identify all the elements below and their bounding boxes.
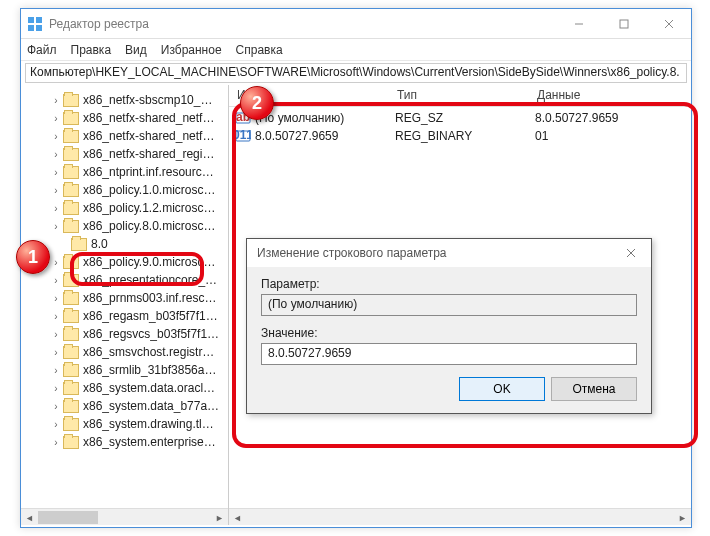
list-row[interactable]: 0118.0.50727.9659REG_BINARY01 [229,127,691,145]
dialog-titlebar: Изменение строкового параметра [247,239,651,267]
menu-help[interactable]: Справка [236,43,283,57]
tree-item-label: x86_netfx-shared_regi… [83,147,214,161]
tree-item[interactable]: ›x86_prnms003.inf.resc… [21,289,228,307]
list-header: Имя Тип Данные [229,85,691,107]
expand-icon[interactable]: › [51,257,61,268]
expand-icon[interactable]: › [51,401,61,412]
expand-icon[interactable]: › [51,167,61,178]
expand-icon[interactable]: › [51,149,61,160]
tree-item-label: x86_prnms003.inf.resc… [83,291,216,305]
scroll-thumb[interactable] [38,511,98,524]
expand-icon[interactable]: › [51,383,61,394]
cell-data: 8.0.50727.9659 [535,111,675,125]
col-type[interactable]: Тип [389,85,529,106]
expand-icon[interactable]: › [51,347,61,358]
close-button[interactable] [646,9,691,38]
expand-icon[interactable]: › [51,185,61,196]
menu-file[interactable]: Файл [27,43,57,57]
window-title: Редактор реестра [49,17,556,31]
expand-icon[interactable]: › [51,419,61,430]
param-label: Параметр: [261,277,637,291]
svg-text:011: 011 [235,128,251,142]
folder-icon [63,418,79,431]
expand-icon[interactable]: › [51,293,61,304]
tree-item-label: x86_ntprint.inf.resourc… [83,165,214,179]
dialog-close-button[interactable] [611,239,651,267]
tree-item[interactable]: ›x86_system.data.oracl… [21,379,228,397]
tree-pane[interactable]: ›x86_netfx-sbscmp10_…›x86_netfx-shared_n… [21,85,229,525]
scroll-right-icon[interactable]: ► [211,509,228,525]
tree-item[interactable]: ›x86_policy.9.0.microsc… [21,253,228,271]
tree-item[interactable]: ›x86_srmlib_31bf3856a… [21,361,228,379]
tree-item[interactable]: ›x86_system.drawing.tl… [21,415,228,433]
tree-item[interactable]: ›x86_system.enterprise… [21,433,228,451]
address-bar[interactable]: Компьютер\HKEY_LOCAL_MACHINE\SOFTWARE\Mi… [25,63,687,83]
list-scrollbar-horizontal[interactable]: ◄ ► [229,508,691,525]
scroll-left-icon[interactable]: ◄ [21,509,38,525]
value-label: Значение: [261,326,637,340]
tree-item-label: x86_system.enterprise… [83,435,216,449]
menu-edit[interactable]: Правка [71,43,112,57]
col-name[interactable]: Имя [229,85,389,106]
menu-view[interactable]: Вид [125,43,147,57]
col-data[interactable]: Данные [529,85,669,106]
tree-item-label: x86_system.drawing.tl… [83,417,214,431]
expand-icon[interactable]: › [51,221,61,232]
value-field[interactable]: 8.0.50727.9659 [261,343,637,365]
expand-icon[interactable]: › [51,329,61,340]
tree-item[interactable]: ›x86_ntprint.inf.resourc… [21,163,228,181]
tree-item-label: x86_smsvchost.registr… [83,345,214,359]
expand-icon[interactable]: › [51,311,61,322]
tree-item[interactable]: ›x86_netfx-shared_regi… [21,145,228,163]
tree-item[interactable]: ›x86_policy.1.0.microsc… [21,181,228,199]
tree-item[interactable]: ›x86_presentationcore_… [21,271,228,289]
tree-item-label: x86_policy.1.2.microsc… [83,201,216,215]
folder-icon [63,382,79,395]
expand-icon[interactable]: › [51,275,61,286]
tree-item[interactable]: ›x86_regsvcs_b03f5f7f1… [21,325,228,343]
tree-item-label: x86_policy.8.0.microsc… [83,219,216,233]
maximize-button[interactable] [601,9,646,38]
svg-rect-1 [36,17,42,23]
svg-rect-2 [28,25,34,31]
tree-item[interactable]: ›x86_regasm_b03f5f7f1… [21,307,228,325]
folder-icon [63,346,79,359]
folder-icon [63,148,79,161]
expand-icon[interactable]: › [51,437,61,448]
folder-icon [63,202,79,215]
edit-string-dialog: Изменение строкового параметра Параметр:… [246,238,652,414]
expand-icon[interactable]: › [51,131,61,142]
tree-item[interactable]: ›x86_smsvchost.registr… [21,343,228,361]
cancel-button[interactable]: Отмена [551,377,637,401]
ok-button[interactable]: OK [459,377,545,401]
tree-item-label: x86_policy.9.0.microsc… [83,255,216,269]
expand-icon[interactable]: › [51,365,61,376]
menubar: Файл Правка Вид Избранное Справка [21,39,691,61]
svg-rect-5 [620,20,628,28]
expand-icon[interactable]: › [51,95,61,106]
tree-item[interactable]: ›x86_netfx-shared_netf… [21,109,228,127]
list-row[interactable]: ab(По умолчанию)REG_SZ8.0.50727.9659 [229,109,691,127]
expand-icon[interactable]: › [51,113,61,124]
tree-item[interactable]: ›x86_policy.1.2.microsc… [21,199,228,217]
scroll-right-icon[interactable]: ► [674,509,691,526]
cell-name: (По умолчанию) [255,111,395,125]
scroll-left-icon[interactable]: ◄ [229,509,246,526]
param-field[interactable]: (По умолчанию) [261,294,637,316]
expand-icon[interactable]: › [51,203,61,214]
tree-scrollbar-horizontal[interactable]: ◄ ► [21,508,228,525]
tree-item-label: x86_regasm_b03f5f7f1… [83,309,218,323]
menu-favorites[interactable]: Избранное [161,43,222,57]
tree-item-label: x86_system.data.oracl… [83,381,215,395]
tree-item[interactable]: ›x86_netfx-shared_netf… [21,127,228,145]
tree-item[interactable]: ›x86_netfx-sbscmp10_… [21,91,228,109]
folder-icon [63,130,79,143]
cell-type: REG_SZ [395,111,535,125]
svg-text:ab: ab [236,110,250,124]
folder-icon [63,166,79,179]
tree-item-label: x86_system.data_b77a… [83,399,219,413]
tree-item-selected[interactable]: 8.0 [21,235,228,253]
tree-item[interactable]: ›x86_policy.8.0.microsc… [21,217,228,235]
tree-item[interactable]: ›x86_system.data_b77a… [21,397,228,415]
minimize-button[interactable] [556,9,601,38]
